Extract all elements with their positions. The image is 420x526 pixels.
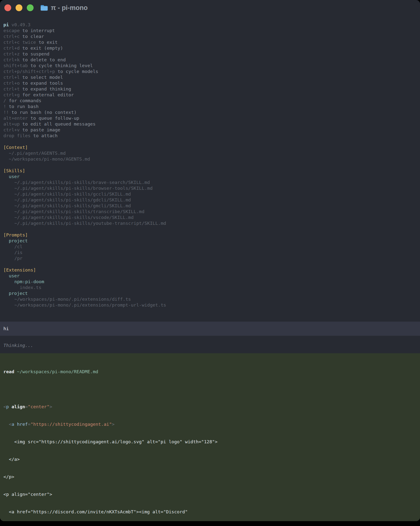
window-title: π - pi-mono xyxy=(51,4,88,12)
shortcut-line: /for commands xyxy=(3,98,420,104)
shortcut-line: ctrl+c twiceto exit xyxy=(3,40,420,45)
code-line: <p align="center"> xyxy=(3,404,417,410)
extensions-section-header: [Extensions] xyxy=(3,267,420,273)
skill-item: ~/.pi/agent/skills/pi-skills/browser-too… xyxy=(3,185,420,191)
app-name: pi xyxy=(3,22,9,27)
skill-item: ~/.pi/agent/skills/pi-skills/vscode/SKIL… xyxy=(3,215,420,220)
shortcut-line: ctrl+vto paste image xyxy=(3,127,420,133)
tool-header: read~/workspaces/pi-mono/README.md xyxy=(3,369,417,375)
skill-item: ~/.pi/agent/skills/pi-skills/gccli/SKILL… xyxy=(3,191,420,197)
shortcut-line: ctrl+lto select model xyxy=(3,74,420,80)
tool-call-read: read~/workspaces/pi-mono/README.md <p al… xyxy=(0,353,420,521)
shortcut-line: ctrl+gfor external editor xyxy=(3,92,420,98)
app-version: v0.49.3 xyxy=(11,22,31,27)
shortcut-line: escapeto interrupt xyxy=(3,28,420,34)
shortcut-line: alt+upto edit all queued messages xyxy=(3,121,420,127)
skill-item: ~/.pi/agent/skills/pi-skills/gdcli/SKILL… xyxy=(3,197,420,203)
app-version-line: piv0.49.3 xyxy=(3,22,420,28)
shortcut-line: drop filesto attach xyxy=(3,133,420,139)
shortcut-line: alt+enterto queue follow-up xyxy=(3,115,420,121)
code-line: <a href="https://discord.com/invite/nKXT… xyxy=(3,509,417,515)
user-message: hi xyxy=(0,322,420,336)
thinking-indicator: Thinking... xyxy=(3,343,420,348)
extensions-user-scope: user xyxy=(3,273,420,279)
tool-path: ~/workspaces/pi-mono/README.md xyxy=(17,369,98,374)
shortcut-line: !to run bash xyxy=(3,104,420,110)
code-line: </a> xyxy=(3,456,417,462)
shortcut-line: ctrl+p/shift+ctrl+pto cycle models xyxy=(3,69,420,74)
skills-scope: user xyxy=(3,174,420,180)
extensions-project-scope: project xyxy=(3,291,420,296)
shortcut-line: ctrl+dto exit (empty) xyxy=(3,45,420,51)
skills-section-header: [Skills] xyxy=(3,168,420,174)
extension-project-item: ~/workspaces/pi-mono/.pi/extensions/diff… xyxy=(3,296,420,302)
traffic-lights xyxy=(4,4,34,11)
prompt-item: /is xyxy=(3,250,420,255)
tool-name: read xyxy=(3,369,14,374)
extension-npm-item: npm:pi-doom xyxy=(3,279,420,285)
prompt-item: /cl xyxy=(3,244,420,250)
prompt-item: /pr xyxy=(3,255,420,261)
code-line: </p> xyxy=(3,474,417,480)
shortcut-line: ctrl+tto expand thinking xyxy=(3,86,420,92)
shortcut-line: !!to run bash (no context) xyxy=(3,110,420,115)
context-item: ~/.pi/agent/AGENTS.md xyxy=(3,150,420,156)
extension-project-item: ~/workspaces/pi-mono/.pi/extensions/prom… xyxy=(3,302,420,308)
terminal-window: π - pi-mono piv0.49.3 escapeto interrupt… xyxy=(0,0,420,521)
prompts-section-header: [Prompts] xyxy=(3,232,420,238)
shortcut-line: shift+tabto cycle thinking level xyxy=(3,63,420,69)
code-line: <p align="center"> xyxy=(3,491,417,497)
shortcut-line: ctrl+zto suspend xyxy=(3,51,420,57)
skill-item: ~/.pi/agent/skills/pi-skills/youtube-tra… xyxy=(3,220,420,226)
context-section-header: [Context] xyxy=(3,144,420,150)
extension-npm-file: index.ts xyxy=(3,285,420,291)
context-item: ~/workspaces/pi-mono/AGENTS.md xyxy=(3,156,420,162)
code-line: <a href="https://shittycodingagent.ai"> xyxy=(3,421,417,427)
prompts-scope: project xyxy=(3,238,420,244)
shortcut-line: ctrl+oto expand tools xyxy=(3,80,420,86)
shortcut-line: ctrl+kto delete to end xyxy=(3,57,420,63)
minimize-button[interactable] xyxy=(16,4,22,11)
skill-item: ~/.pi/agent/skills/pi-skills/brave-searc… xyxy=(3,180,420,185)
code-line: <img src="https://shittycodingagent.ai/l… xyxy=(3,439,417,445)
skill-item: ~/.pi/agent/skills/pi-skills/gmcli/SKILL… xyxy=(3,203,420,209)
close-button[interactable] xyxy=(4,4,11,11)
terminal-content: piv0.49.3 escapeto interrupt ctrl+cto cl… xyxy=(0,22,420,521)
zoom-button[interactable] xyxy=(27,4,34,11)
title-bar: π - pi-mono xyxy=(0,0,420,16)
folder-icon xyxy=(41,5,48,11)
shortcut-line: ctrl+cto clear xyxy=(3,34,420,40)
skill-item: ~/.pi/agent/skills/pi-skills/transcribe/… xyxy=(3,209,420,215)
